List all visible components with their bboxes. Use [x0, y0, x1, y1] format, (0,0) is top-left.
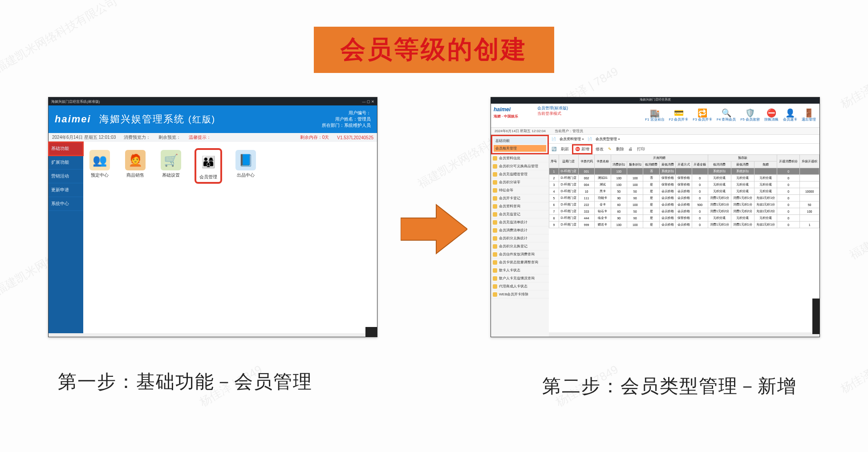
sidebar-group-basic[interactable]: 基础功能 [494, 137, 546, 144]
sidebar-item[interactable]: 会员信件发放消费查询 [491, 250, 549, 258]
sidebar-item[interactable]: 会员充值赠送管理 [491, 170, 549, 178]
crumb-line: 会员管理(标准版) [537, 105, 587, 111]
sidebar-item[interactable]: 会员资料查询 [491, 202, 549, 210]
toolbar-button[interactable]: 🔍F4 查询会员 [717, 109, 736, 122]
toolbar-button[interactable]: 👤会员退卡 [783, 109, 797, 122]
info-line: 用户编号： [322, 110, 371, 116]
scrollbar-handle[interactable] [365, 327, 377, 337]
caption-step1: 第一步：基础功能－会员管理 [58, 369, 312, 394]
watermark: 福建凯米网络科技有限公司 [847, 180, 868, 262]
caption-step2: 第二步：会员类型管理－新增 [542, 374, 797, 399]
sidebar-item[interactable]: 会员充值清单统计 [491, 218, 549, 226]
top-bar: haimei 海媚 · 中国娱乐 会员管理(标准版) 当前登录模式 🏬F1 营业… [491, 104, 819, 128]
app-icon-出品中心[interactable]: 📘出品中心 [235, 150, 256, 182]
brand-logo: haimei 海媚 · 中国娱乐 [491, 104, 535, 127]
sidebar-item-basic[interactable]: 基础功能 [49, 142, 83, 156]
app-icon-商品销售[interactable]: 🧑‍🦰商品销售 [125, 150, 146, 182]
member-type-table[interactable]: 序号适用门店卡类代码卡类名称开房间赠预存款开通消费积分升级开通积消费折扣服务折扣… [549, 154, 819, 228]
sidebar-item[interactable]: 会员积分可兑换商品管理 [491, 162, 549, 170]
scrollbar-handle[interactable] [812, 299, 819, 334]
sidebar: 基础功能 会员相关管理 会员资料信息会员积分可兑换商品管理会员充值赠送管理会员积… [491, 135, 549, 337]
table-row[interactable]: 7D-环境门店333钻石卡6050是会员价格会员价格0消费1元积2分消费1元积2… [549, 208, 819, 215]
slide-title: 会员等级的创建 [314, 27, 554, 73]
sidebar-item[interactable]: 会员积分请零 [491, 178, 549, 186]
info-line: 所在部门：系统维护人员 [322, 122, 371, 129]
svg-marker-0 [401, 205, 467, 254]
table-row[interactable]: 2D-环境门店002测试01100100否保留价格保留价格0无积分规无积分规无积… [549, 175, 819, 182]
main-panel: 📄会员资料管理 × 📄会员类型管理 × 🔄刷新 ⛔ 新增 修改 ✎删除 🖨打印 … [549, 135, 819, 337]
brand-version: (红版) [188, 114, 215, 124]
brand-text: 海媚兴娱管理系统 [99, 113, 185, 125]
tab[interactable]: 会员类型管理 × [596, 137, 620, 141]
arrow-icon [401, 200, 467, 260]
watermark: 杨佳泽 | 7849 [838, 64, 868, 112]
sidebar-item[interactable]: 代理商成人卡状态 [491, 282, 549, 291]
screenshot-step1: 海媚兴娱门店经营系统(标准版) — ▢ ✕ haimei 海媚兴娱管理系统 (红… [48, 97, 377, 337]
delete-button[interactable]: 删除 [616, 146, 624, 152]
breadcrumb: 会员管理(标准版) 当前登录模式 [535, 104, 589, 127]
status-text: 消费预览力： [124, 134, 150, 141]
toolbar-button[interactable]: 🚪退出管理 [802, 109, 816, 122]
status-date: 2024年6月14日 星期五 12:02:04 [495, 129, 546, 133]
sidebar-item-update[interactable]: 更新申请 [49, 183, 83, 197]
sidebar-item[interactable]: 会员消费清单统计 [491, 226, 549, 234]
toolbar-button[interactable]: 🔁F3 会员开卡 [693, 109, 712, 122]
edit-button[interactable]: 修改 [596, 146, 604, 152]
table-row[interactable]: 9D-环境门店999赠送卡100100是会员价格会员价格0消费1元积1分消费1元… [549, 222, 819, 228]
window-titlebar: 海媚兴娱门店经营系统 [491, 97, 819, 104]
table-row[interactable]: 6D-环境门店222金卡60100是会员价格会员价格500消费1元积1分消费1元… [549, 202, 819, 208]
footer-bar [549, 332, 819, 337]
toolbar-button[interactable]: 💳F2 会员开卡 [669, 109, 689, 122]
table-row[interactable]: 3D-环境门店004测试100100是保留价格保留价格0无积分规无积分规无积分规… [549, 182, 819, 188]
tabs: 📄会员资料管理 × 📄会员类型管理 × [549, 135, 819, 144]
footer-bar [49, 333, 377, 337]
new-button[interactable]: 新增 [581, 147, 589, 151]
status-bar: 2024年6月14日 星期五 12:02:04 当前用户：管理员 [491, 128, 819, 135]
table-row[interactable]: 4D-环境门店10黑卡5050是会员价格会员价格0无积分规无积分规无积分规010… [549, 188, 819, 195]
toolbar-button[interactable]: ⛔挂账清账 [764, 109, 779, 122]
toolbar-button[interactable]: 🛡️F5 会员改密 [740, 109, 760, 122]
tab[interactable]: 会员资料管理 × [560, 137, 584, 141]
status-version: V1.537L20240525 [337, 135, 373, 140]
sidebar-item[interactable]: 会员充值登记 [491, 210, 549, 218]
sidebar-item[interactable]: WEB会员开卡排除 [491, 291, 549, 299]
crumb-line: 当前登录模式 [537, 111, 587, 116]
watermark: 杨佳泽 | 7849 [838, 348, 868, 397]
sidebar-item[interactable]: 会员开卡登记 [491, 194, 549, 202]
toolbar-button[interactable]: 🏬F1 营业前台 [645, 109, 665, 122]
sidebar-item-extend[interactable]: 扩展功能 [49, 156, 83, 170]
window-controls-icon: — ▢ ✕ [362, 100, 374, 104]
status-memory: 剩余内存：0天 [300, 134, 329, 141]
table-row[interactable]: 1D-环境门店001100否系统折扣系统折扣系统折扣0 [549, 168, 819, 175]
brand-subtitle: 海媚 · 中国娱乐 [494, 114, 518, 118]
status-date: 2024年6月14日 星期五 12:01:03 [52, 134, 116, 141]
status-user: 当前用户：管理员 [555, 129, 583, 133]
watermark: 福建凯米网络科技有限公司 [0, 0, 120, 76]
sidebar-item[interactable]: 散户人卡充值情况查询 [491, 274, 549, 282]
app-banner: haimei 海媚兴娱管理系统 (红版) 用户编号： 用户姓名：管理员 所在部门… [49, 105, 377, 133]
sidebar-group-member[interactable]: 会员相关管理 [494, 145, 546, 152]
app-icon-基础设置[interactable]: 🛒基础设置 [161, 150, 181, 182]
refresh-button[interactable]: 刷新 [561, 146, 569, 152]
sidebar-item[interactable]: 会员积分兑换统计 [491, 234, 549, 242]
sidebar-item-marketing[interactable]: 营销活动 [49, 170, 83, 183]
info-line: 用户姓名：管理员 [322, 116, 371, 122]
sidebar-item-system[interactable]: 系统中心 [49, 197, 83, 211]
sidebar-item[interactable]: 会员积分兑换登记 [491, 242, 549, 250]
sidebar: 基础功能 扩展功能 营销活动 更新申请 系统中心 [49, 142, 83, 337]
sidebar-item[interactable]: 散卡人卡状态 [491, 266, 549, 274]
table-row[interactable]: 5D-环境门店111功能卡9090是会员价格会员价格0消费1元积1分消费1元积1… [549, 195, 819, 202]
sidebar-item[interactable]: 特征会等 [491, 186, 549, 194]
sidebar-item[interactable]: 会员卡状态批量调整查询 [491, 258, 549, 266]
window-title: 海媚兴娱门店经营系统(标准版) [51, 99, 100, 104]
status-text: 剩余预览： [158, 134, 181, 141]
print-button[interactable]: 打印 [637, 146, 645, 152]
table-row[interactable]: 8D-环境门店444临金卡9090是会员价格保留价格0无积分规无积分规无积分规0 [549, 215, 819, 222]
window-titlebar: 海媚兴娱门店经营系统(标准版) — ▢ ✕ [49, 97, 377, 105]
sidebar-item[interactable]: 会员资料信息 [491, 154, 549, 162]
app-icon-预定中心[interactable]: 👥预定中心 [89, 150, 110, 182]
toolbar: 🔄刷新 ⛔ 新增 修改 ✎删除 🖨打印 [549, 144, 819, 154]
brand-logo: haimei [55, 113, 91, 125]
app-icon-会员管理[interactable]: 👨‍👩‍👦会员管理 [196, 150, 220, 182]
screenshot-step2: 海媚兴娱门店经营系统 haimei 海媚 · 中国娱乐 会员管理(标准版) 当前… [491, 97, 820, 337]
